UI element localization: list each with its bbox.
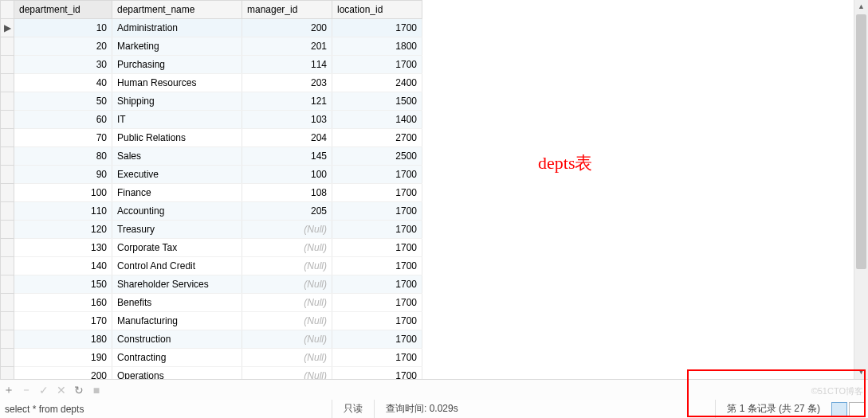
cell-manager_id[interactable]: (Null) <box>242 275 332 294</box>
table-row[interactable]: 30Purchasing1141700 <box>1 56 422 74</box>
cell-department_name[interactable]: Treasury <box>112 221 242 239</box>
stop-button[interactable]: ■ <box>88 384 105 397</box>
cell-location_id[interactable]: 1700 <box>332 184 422 202</box>
cell-department_name[interactable]: Administration <box>112 19 242 37</box>
column-header-location_id[interactable]: location_id <box>332 1 422 19</box>
table-row[interactable]: 60IT1031400 <box>1 111 422 129</box>
cell-manager_id[interactable]: 114 <box>242 56 332 74</box>
cell-manager_id[interactable]: 203 <box>242 74 332 92</box>
cell-department_id[interactable]: 80 <box>14 147 112 166</box>
add-row-button[interactable]: ＋ <box>0 383 18 397</box>
column-header-department_id[interactable]: department_id <box>14 1 112 19</box>
cell-manager_id[interactable]: (Null) <box>242 312 332 330</box>
cell-department_id[interactable]: 110 <box>14 202 112 221</box>
column-header-department_name[interactable]: department_name <box>112 1 242 19</box>
cell-location_id[interactable]: 1700 <box>332 294 422 312</box>
cell-department_name[interactable]: Human Resources <box>112 74 242 92</box>
cell-department_name[interactable]: Control And Credit <box>112 257 242 275</box>
cell-manager_id[interactable]: 108 <box>242 184 332 202</box>
cell-department_id[interactable]: 90 <box>14 166 112 184</box>
cell-department_id[interactable]: 150 <box>14 275 112 294</box>
cell-department_id[interactable]: 120 <box>14 221 112 239</box>
cell-location_id[interactable]: 1700 <box>332 19 422 37</box>
table-row[interactable]: 90Executive1001700 <box>1 166 422 184</box>
cell-department_id[interactable]: 180 <box>14 330 112 349</box>
cell-department_id[interactable]: 60 <box>14 111 112 129</box>
table-row[interactable]: 190Contracting(Null)1700 <box>1 349 422 367</box>
table-row[interactable]: 170Manufacturing(Null)1700 <box>1 312 422 330</box>
cell-manager_id[interactable]: (Null) <box>242 294 332 312</box>
table-row[interactable]: 160Benefits(Null)1700 <box>1 294 422 312</box>
cell-location_id[interactable]: 2500 <box>332 147 422 166</box>
table-row[interactable]: 140Control And Credit(Null)1700 <box>1 257 422 275</box>
cell-location_id[interactable]: 1400 <box>332 111 422 129</box>
cell-location_id[interactable]: 1700 <box>332 221 422 239</box>
cell-department_name[interactable]: Marketing <box>112 37 242 56</box>
cell-department_name[interactable]: Purchasing <box>112 56 242 74</box>
scroll-thumb[interactable] <box>856 14 866 269</box>
table-row[interactable]: 130Corporate Tax(Null)1700 <box>1 239 422 257</box>
table-row[interactable]: 180Construction(Null)1700 <box>1 330 422 349</box>
cell-manager_id[interactable]: 201 <box>242 37 332 56</box>
cell-manager_id[interactable]: (Null) <box>242 221 332 239</box>
cell-location_id[interactable]: 1700 <box>332 275 422 294</box>
cell-department_name[interactable]: Contracting <box>112 349 242 367</box>
cell-department_id[interactable]: 160 <box>14 294 112 312</box>
cell-department_name[interactable]: Accounting <box>112 202 242 221</box>
remove-row-button[interactable]: － <box>18 383 35 397</box>
cell-location_id[interactable]: 1700 <box>332 166 422 184</box>
cell-manager_id[interactable]: 145 <box>242 147 332 166</box>
cell-manager_id[interactable]: 204 <box>242 129 332 147</box>
cell-manager_id[interactable]: (Null) <box>242 239 332 257</box>
cell-department_name[interactable]: Public Relations <box>112 129 242 147</box>
cell-location_id[interactable]: 1700 <box>332 349 422 367</box>
table-row[interactable]: 40Human Resources2032400 <box>1 74 422 92</box>
table-row[interactable]: 110Accounting2051700 <box>1 202 422 221</box>
table-row[interactable]: 70Public Relations2042700 <box>1 129 422 147</box>
cell-department_id[interactable]: 170 <box>14 312 112 330</box>
cell-department_name[interactable]: Executive <box>112 166 242 184</box>
cell-department_name[interactable]: Shipping <box>112 92 242 111</box>
cell-department_id[interactable]: 140 <box>14 257 112 275</box>
cell-department_id[interactable]: 40 <box>14 74 112 92</box>
cell-manager_id[interactable]: (Null) <box>242 257 332 275</box>
cell-location_id[interactable]: 1700 <box>332 330 422 349</box>
cell-department_id[interactable]: 30 <box>14 56 112 74</box>
table-row[interactable]: ▶10Administration2001700 <box>1 19 422 37</box>
cell-department_id[interactable]: 130 <box>14 239 112 257</box>
cell-department_id[interactable]: 190 <box>14 349 112 367</box>
table-row[interactable]: 120Treasury(Null)1700 <box>1 221 422 239</box>
scroll-up-arrow-icon[interactable]: ▲ <box>854 0 868 14</box>
cell-department_id[interactable]: 20 <box>14 37 112 56</box>
table-row[interactable]: 100Finance1081700 <box>1 184 422 202</box>
results-grid[interactable]: department_iddepartment_namemanager_idlo… <box>0 0 854 380</box>
cell-manager_id[interactable]: 121 <box>242 92 332 111</box>
table-row[interactable]: 80Sales1452500 <box>1 147 422 166</box>
column-header-manager_id[interactable]: manager_id <box>242 1 332 19</box>
cancel-button[interactable]: ✕ <box>53 384 70 397</box>
refresh-button[interactable]: ↻ <box>70 384 88 397</box>
cell-department_name[interactable]: Shareholder Services <box>112 275 242 294</box>
cell-department_name[interactable]: Corporate Tax <box>112 239 242 257</box>
cell-department_name[interactable]: Finance <box>112 184 242 202</box>
cell-manager_id[interactable]: (Null) <box>242 349 332 367</box>
cell-department_id[interactable]: 10 <box>14 19 112 37</box>
table-row[interactable]: 150Shareholder Services(Null)1700 <box>1 275 422 294</box>
vertical-scrollbar[interactable]: ▲ ▼ <box>854 0 868 379</box>
cell-department_name[interactable]: Manufacturing <box>112 312 242 330</box>
cell-location_id[interactable]: 2700 <box>332 129 422 147</box>
cell-location_id[interactable]: 1700 <box>332 56 422 74</box>
cell-department_name[interactable]: Benefits <box>112 294 242 312</box>
cell-location_id[interactable]: 1500 <box>332 92 422 111</box>
cell-department_id[interactable]: 100 <box>14 184 112 202</box>
cell-location_id[interactable]: 1700 <box>332 257 422 275</box>
cell-department_name[interactable]: Sales <box>112 147 242 166</box>
cell-manager_id[interactable]: 100 <box>242 166 332 184</box>
cell-department_name[interactable]: IT <box>112 111 242 129</box>
cell-location_id[interactable]: 1700 <box>332 312 422 330</box>
cell-department_name[interactable]: Construction <box>112 330 242 349</box>
cell-department_id[interactable]: 70 <box>14 129 112 147</box>
cell-location_id[interactable]: 1700 <box>332 239 422 257</box>
cell-manager_id[interactable]: 103 <box>242 111 332 129</box>
cell-location_id[interactable]: 1700 <box>332 202 422 221</box>
